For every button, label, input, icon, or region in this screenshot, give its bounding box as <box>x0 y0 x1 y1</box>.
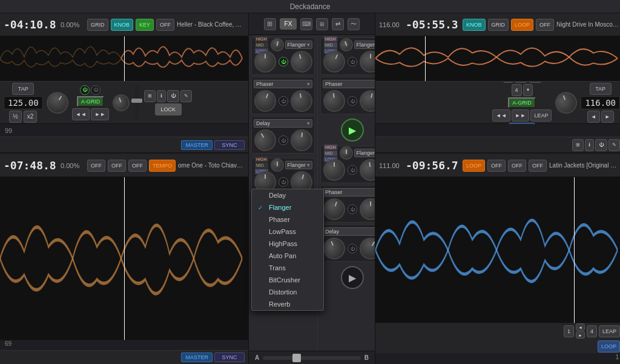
fx-knob-2-2a[interactable] <box>322 89 346 112</box>
fx-icon-grid2[interactable]: ⊞ <box>316 18 328 30</box>
fx-power-2-4[interactable]: ⏻ <box>348 204 357 214</box>
fx-flanger-2-btn[interactable]: Flanger <box>354 41 375 49</box>
deck-left-lock-btn[interactable]: LOCK <box>155 103 182 115</box>
ab-slider[interactable] <box>263 356 361 360</box>
deck-left-agrid-btn[interactable]: A-GRID <box>77 96 105 107</box>
deck-right-bot-nav2[interactable]: ► <box>576 331 585 339</box>
fx-icon-wave[interactable]: 〜 <box>348 18 360 30</box>
deck-right-nav-right[interactable]: ► <box>601 111 614 123</box>
deck-right-knob-btn[interactable]: KNOB <box>463 19 486 31</box>
fx-delay-2b-btn[interactable]: Delay <box>323 227 375 236</box>
fx-knob-1-2b[interactable] <box>289 88 314 114</box>
deck-left-off-btn[interactable]: OFF <box>156 19 174 31</box>
deck-left-bot-off2[interactable]: OFF <box>108 160 126 172</box>
deck-left-power2-btn[interactable]: ⏻ <box>91 85 101 95</box>
dropdown-highpass[interactable]: HighPass <box>252 238 323 250</box>
fx-power-2-5[interactable]: ⏻ <box>348 244 357 253</box>
fx-knob-1-1a[interactable] <box>269 37 285 52</box>
fx-knob-2-3c[interactable] <box>358 158 375 183</box>
deck-left-info-btn[interactable]: ℹ <box>157 90 166 102</box>
deck-right-n4d[interactable]: ▾ <box>523 84 533 96</box>
fx-icon-arrow[interactable]: ⇄ <box>332 18 344 30</box>
deck-right-nav-left[interactable]: ◄ <box>587 111 600 123</box>
fx-power-2-2[interactable]: ⏻ <box>348 96 357 106</box>
deck-right-bot-n4[interactable]: 4 <box>587 325 597 337</box>
fx-flanger-1-btn[interactable]: Flanger <box>285 41 313 49</box>
deck-left-x2-btn[interactable]: x2 <box>24 111 38 123</box>
master-btn-2[interactable]: MASTER <box>181 353 213 362</box>
deck-left-fader-thumb[interactable] <box>131 99 142 103</box>
deck-right-bot-off1[interactable]: OFF <box>487 160 506 172</box>
dropdown-bitcrusher[interactable]: BitCrusher <box>252 274 323 286</box>
deck-right-bot-off2[interactable]: OFF <box>508 160 526 172</box>
deck-right-bot-leap[interactable]: LEAP <box>599 325 620 337</box>
fx-knob-2-2b[interactable] <box>357 88 375 114</box>
fx-flanger-1b-btn[interactable]: Flanger <box>285 161 313 169</box>
dropdown-distortion[interactable]: Distortion <box>252 286 323 298</box>
master-btn[interactable]: MASTER <box>181 140 213 150</box>
deck-right-bot-nav1[interactable]: ◄ <box>576 323 585 331</box>
deck-right-bot-off3[interactable]: OFF <box>529 160 547 172</box>
deck-left-power1-btn[interactable]: ⏻ <box>80 85 90 95</box>
deck-right-grid-btn[interactable]: GRID <box>488 19 509 31</box>
fx-knob-2-5a[interactable] <box>320 235 348 263</box>
fx-delay-1-btn[interactable]: Delay <box>254 119 312 128</box>
deck-right-edit-btn4[interactable]: ✎ <box>608 139 620 151</box>
deck-right-loop-btn[interactable]: LOOP <box>511 19 533 31</box>
fx-icon-keys[interactable]: ⌨ <box>300 18 312 30</box>
fx-power-2-1[interactable]: ⏻ <box>348 57 357 67</box>
sync-btn[interactable]: SYNC <box>214 140 245 150</box>
deck-right-agrid-btn[interactable]: A-GRID <box>508 97 536 108</box>
fx-play-btn[interactable]: ▶ <box>341 119 364 141</box>
deck-right-leap-btn[interactable]: LEAP <box>530 109 552 122</box>
deck-right-edit-btn2[interactable]: ℹ <box>585 139 594 151</box>
deck-right-off-btn[interactable]: OFF <box>536 19 554 31</box>
fx-knob-1-3a[interactable] <box>250 125 280 155</box>
deck-left-bot-off1[interactable]: OFF <box>87 160 105 172</box>
dropdown-lowpass[interactable]: LowPass <box>252 226 323 238</box>
deck-left-tempo-knob[interactable] <box>42 88 72 117</box>
fx-knob-2-1b[interactable] <box>320 47 349 76</box>
deck-right-rew[interactable]: ◄◄ <box>492 109 510 122</box>
fx-knob-2-5b[interactable] <box>355 233 375 263</box>
fx-power-1-2[interactable]: ⏻ <box>279 96 288 106</box>
fx-phaser-2-btn[interactable]: Phaser <box>323 80 375 88</box>
fx-play-btn-2[interactable]: ▶ <box>341 266 364 289</box>
dropdown-flanger[interactable]: ✓ Flanger <box>252 201 323 213</box>
fx-knob-1-3b[interactable] <box>289 128 313 152</box>
fx-knob-1-1c[interactable] <box>288 48 314 75</box>
deck-left-rew-btn[interactable]: ◄◄ <box>72 108 90 120</box>
fx-knob-2-3b[interactable] <box>323 159 345 181</box>
fx-knob-2-4a[interactable] <box>320 195 348 223</box>
deck-left-bot-tempo[interactable]: TEMPO <box>149 160 176 172</box>
fx-knob-2-1c[interactable] <box>360 51 375 73</box>
deck-right-edit-btn1[interactable]: ⊞ <box>572 139 584 151</box>
deck-left-pitch-knob[interactable] <box>110 92 132 114</box>
fx-power-1-3[interactable]: ⏻ <box>279 135 288 145</box>
deck-left-bot-off3[interactable]: OFF <box>128 160 147 172</box>
fx-power-2-3[interactable]: ⏻ <box>348 165 357 175</box>
deck-right-tap-btn[interactable]: TAP <box>590 83 612 95</box>
deck-left-tap-btn[interactable]: TAP <box>12 83 34 95</box>
deck-right-edit-btn3[interactable]: ⏻ <box>595 139 607 151</box>
sync-btn-2[interactable]: SYNC <box>214 353 245 362</box>
dropdown-reverb[interactable]: Reverb <box>252 298 323 310</box>
deck-left-key-btn[interactable]: KEY <box>136 19 154 31</box>
fx-power-1-4[interactable]: ⏻ <box>279 177 288 187</box>
fx-icon-grid[interactable]: ⊞ <box>264 18 276 30</box>
deck-left-half-btn[interactable]: ½ <box>9 111 21 123</box>
deck-right-bot-loop2[interactable]: LOOP <box>598 340 620 353</box>
deck-left-grid-btn[interactable]: GRID <box>87 19 108 31</box>
fx-knob-2-4b[interactable] <box>360 198 375 220</box>
deck-right-bot-loop[interactable]: LOOP <box>463 160 485 172</box>
fx-tab-fx[interactable]: FX <box>280 18 297 30</box>
fx-knob-1-4a[interactable] <box>271 158 284 172</box>
dropdown-phaser[interactable]: Phaser <box>252 213 323 226</box>
fx-knob-2-3a[interactable] <box>340 146 353 160</box>
deck-left-edit-btn[interactable]: ✎ <box>180 90 192 102</box>
deck-right-n4[interactable]: 4 <box>512 84 522 96</box>
fx-power-1-1[interactable]: ⏻ <box>279 57 288 67</box>
deck-left-icons-btn[interactable]: ⊞ <box>144 90 156 102</box>
deck-right-bot-n1[interactable]: 1 <box>564 325 574 337</box>
dropdown-trans[interactable]: Trans <box>252 262 323 274</box>
